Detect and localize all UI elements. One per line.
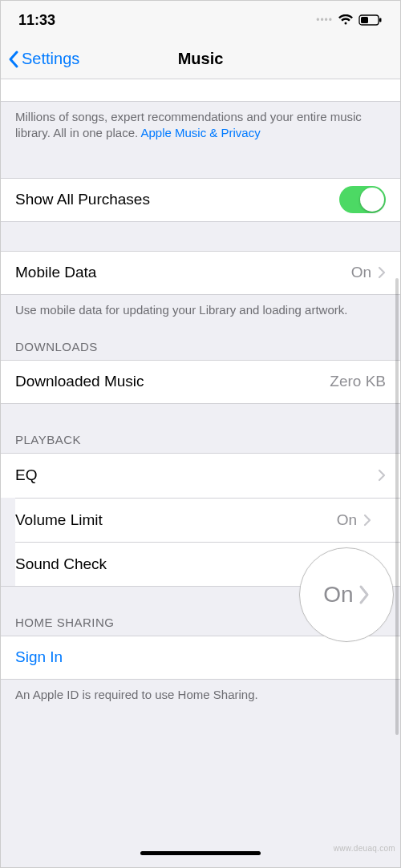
downloads-header: Downloads [1, 325, 400, 360]
home-indicator[interactable] [140, 851, 261, 855]
chevron-right-icon [378, 266, 386, 279]
downloaded-music-label: Downloaded Music [15, 373, 330, 390]
show-all-purchases-label: Show All Purchases [15, 191, 339, 208]
page-title: Music [178, 50, 224, 68]
chevron-right-icon [358, 584, 370, 605]
magnifier-text: On [323, 582, 353, 608]
row-mobile-data[interactable]: Mobile Data On [1, 251, 400, 295]
nav-bar: Settings Music [1, 39, 400, 79]
volume-limit-label: Volume Limit [15, 511, 337, 529]
eq-label: EQ [15, 466, 378, 484]
svg-rect-1 [361, 17, 368, 23]
back-label: Settings [22, 50, 79, 68]
svg-rect-2 [379, 18, 382, 22]
battery-icon [358, 14, 383, 26]
back-button[interactable]: Settings [7, 50, 79, 69]
mobile-data-footer: Use mobile data for updating your Librar… [1, 295, 400, 325]
home-sharing-footer: An Apple ID is required to use Home Shar… [1, 680, 400, 710]
sound-check-label: Sound Check [15, 555, 325, 573]
mobile-data-label: Mobile Data [15, 264, 351, 281]
playback-header: Playback [1, 418, 400, 453]
apple-music-privacy-link[interactable]: Apple Music & Privacy [140, 126, 260, 139]
apple-music-footer: Millions of songs, expert recommendation… [1, 102, 400, 149]
scrollbar[interactable] [395, 278, 399, 735]
row-volume-limit[interactable]: Volume Limit On [15, 498, 400, 542]
row-sign-in[interactable]: Sign In [1, 636, 400, 680]
chevron-left-icon [7, 50, 20, 69]
wifi-icon [338, 14, 354, 26]
volume-limit-value: On [337, 511, 357, 529]
status-icons: •••• [316, 14, 383, 26]
magnifier-callout: On [299, 547, 394, 642]
row-show-all-purchases[interactable]: Show All Purchases [1, 178, 400, 222]
cellular-dots-icon: •••• [316, 14, 333, 26]
chevron-right-icon [363, 514, 371, 527]
show-all-purchases-toggle[interactable] [339, 186, 386, 213]
row-downloaded-music[interactable]: Downloaded Music Zero KB [1, 360, 400, 404]
section-peek [1, 79, 400, 102]
watermark: www.deuaq.com [334, 844, 395, 853]
chevron-right-icon [378, 469, 386, 482]
home-indicator-area [1, 838, 400, 867]
status-time: 11:33 [18, 12, 55, 29]
mobile-data-value: On [351, 264, 371, 281]
content: Millions of songs, expert recommendation… [1, 79, 400, 838]
row-eq[interactable]: EQ [1, 454, 400, 498]
sign-in-link[interactable]: Sign In [15, 648, 63, 666]
downloaded-music-value: Zero KB [330, 373, 386, 390]
status-bar: 11:33 •••• [1, 1, 400, 39]
